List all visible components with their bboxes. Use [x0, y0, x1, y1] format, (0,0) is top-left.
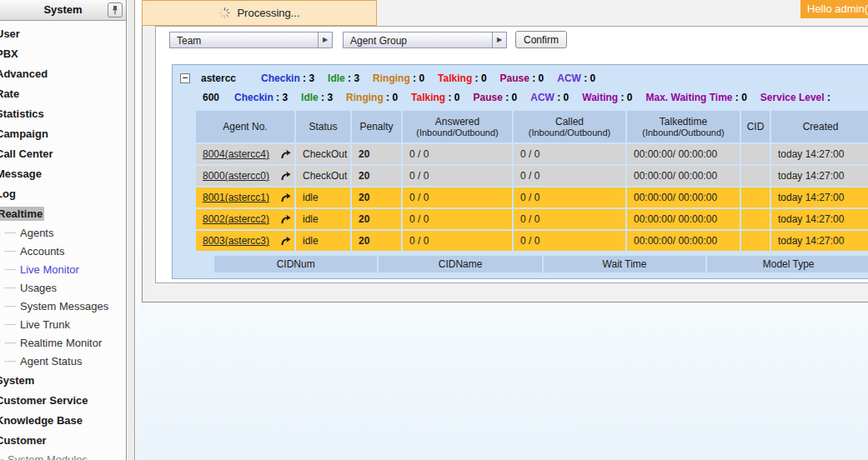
tree-branch-icon	[5, 232, 16, 233]
stat-label: Service Level	[760, 92, 825, 103]
sidebar-item-statistics[interactable]: Statistics	[0, 103, 126, 123]
stat-value: : 3	[345, 72, 359, 84]
sidebar-item-knowledge-base[interactable]: Knowledge Base	[0, 410, 126, 430]
penalty-cell: 20	[352, 209, 401, 229]
sidebar-item-label: Advanced	[0, 68, 48, 80]
sidebar-item-accounts[interactable]: Accounts	[0, 242, 126, 260]
sidebar-splitter[interactable]	[128, 0, 135, 460]
call-icon[interactable]	[280, 192, 291, 202]
agent-cell: 8004(astercc4)	[196, 144, 294, 164]
penalty-cell: 20	[352, 188, 401, 208]
dropdown-arrow-icon[interactable]: ▶	[318, 32, 332, 48]
pin-button[interactable]	[108, 2, 123, 18]
sidebar-item-label: Live Monitor	[20, 263, 79, 276]
stat-label: Waiting	[582, 92, 618, 103]
table-header-row: Agent No.StatusPenaltyAnswered(Inbound/O…	[196, 111, 868, 142]
stat-value: : 0	[733, 92, 747, 103]
column-title: Agent No.	[223, 121, 267, 132]
agent-link[interactable]: 8003(astercc3)	[203, 235, 269, 247]
sidebar-item-system[interactable]: System	[0, 370, 126, 390]
tree-branch-icon	[5, 324, 16, 325]
column-header-talkedtime: Talkedtime(Inbound/Outbound)	[627, 111, 740, 142]
call-icon[interactable]	[280, 171, 291, 181]
column-title: Status	[309, 121, 337, 132]
sidebar-item-customer[interactable]: Customer	[0, 430, 126, 450]
column-title: Called	[555, 116, 584, 128]
sidebar-item-realtime[interactable]: Realtime	[0, 203, 126, 223]
stat-value: : 0	[503, 92, 517, 103]
penalty-cell: 20	[352, 166, 401, 186]
stat-label: Ringing	[346, 92, 384, 103]
column-header-called: Called(Inbound/Outbound)	[514, 111, 625, 142]
sidebar-item-realtime-monitor[interactable]: Realtime Monitor	[0, 333, 126, 352]
group-stats: Checkin : 3Idle : 3Ringing : 0Talking : …	[261, 72, 595, 84]
stat-pause: Pause : 0	[500, 72, 544, 84]
sidebar-title: System	[43, 3, 82, 16]
call-icon[interactable]	[280, 214, 291, 224]
processing-banner: Processing...	[142, 0, 377, 26]
dropdown-arrow-icon[interactable]: ▶	[492, 32, 506, 48]
sidebar-item-label: Agent Status	[20, 355, 82, 368]
stat-idle: Idle : 3	[301, 92, 333, 103]
sidebar-item-live-monitor[interactable]: Live Monitor	[0, 260, 126, 278]
agent-group-dropdown[interactable]: Agent Group ▶	[343, 32, 507, 48]
sidebar-item-usages[interactable]: Usages	[0, 278, 126, 297]
status-cell: idle	[296, 188, 350, 208]
call-icon[interactable]	[280, 236, 291, 246]
tree-branch-icon	[5, 288, 16, 288]
sidebar-item-system-messages[interactable]: System Messages	[0, 297, 126, 315]
stat-ringing: Ringing : 0	[346, 92, 398, 103]
spinner-icon	[218, 7, 231, 19]
sidebar-item-agent-status[interactable]: Agent Status	[0, 352, 126, 370]
main-content: Processing... Team ▶ Agent Group ▶ Confi…	[136, 0, 868, 460]
collapse-icon[interactable]: −	[180, 73, 190, 83]
agent-link[interactable]: 8000(astercc0)	[203, 170, 269, 182]
stat-label: Pause	[474, 92, 503, 103]
sidebar-item-message[interactable]: Message	[0, 163, 126, 183]
sidebar-menu: UserPBXAdvancedRateStatisticsCampaignCal…	[0, 21, 126, 460]
answered-cell: 0 / 0	[403, 166, 512, 186]
answered-cell: 0 / 0	[403, 231, 512, 251]
sidebar-item-agents[interactable]: Agents	[0, 223, 126, 242]
stat-value: : 0	[445, 92, 459, 103]
sidebar-item-call-center[interactable]: Call Center	[0, 143, 126, 163]
stat-value: : 3	[300, 72, 314, 84]
sidebar-item-label: Message	[0, 168, 42, 180]
sidebar-item-system-modules[interactable]: System Modules	[0, 450, 126, 460]
talkedtime-cell: 00:00:00/ 00:00:00	[627, 209, 740, 229]
sidebar-item-customer-service[interactable]: Customer Service	[0, 390, 126, 410]
column-subtitle: (Inbound/Outbound)	[514, 128, 625, 138]
agent-link[interactable]: 8004(astercc4)	[203, 148, 269, 160]
sidebar-item-user[interactable]: User	[0, 23, 126, 43]
agent-link[interactable]: 8001(astercc1)	[203, 192, 269, 203]
sidebar-item-log[interactable]: Log	[0, 183, 126, 203]
stat-idle: Idle : 3	[328, 72, 359, 84]
column-title: Talkedtime	[660, 116, 707, 128]
penalty-cell: 20	[352, 231, 401, 251]
sidebar-item-rate[interactable]: Rate	[0, 83, 126, 103]
sidebar-item-pbx[interactable]: PBX	[0, 43, 126, 63]
call-icon[interactable]	[280, 149, 291, 159]
sidebar-item-label: Campaign	[0, 128, 48, 140]
tree-branch-icon	[5, 269, 16, 270]
processing-label: Processing...	[237, 7, 299, 19]
stat-value: : 0	[554, 92, 569, 103]
footer-column-cidname: CIDName	[379, 256, 542, 272]
sidebar-item-live-trunk[interactable]: Live Trunk	[0, 315, 126, 333]
agent-link[interactable]: 8002(astercc2)	[203, 213, 269, 225]
table-row: 8002(astercc2)idle200 / 00 / 000:00:00/ …	[196, 209, 868, 229]
footer-table: CIDNumCIDNameWait TimeModel Type	[213, 254, 868, 274]
sidebar-item-advanced[interactable]: Advanced	[0, 63, 126, 83]
monitor-panel: − astercc Checkin : 3Idle : 3Ringing : 0…	[172, 64, 868, 279]
created-cell: today 14:27:00	[771, 231, 868, 251]
team-dropdown[interactable]: Team ▶	[169, 32, 333, 48]
status-cell: idle	[296, 231, 350, 251]
push-pin-icon	[111, 5, 119, 15]
confirm-button[interactable]: Confirm	[515, 31, 567, 48]
footer-header-row: CIDNumCIDNameWait TimeModel Type	[214, 256, 868, 272]
stat-value: : 3	[319, 92, 333, 103]
agents-table-head: Agent No.StatusPenaltyAnswered(Inbound/O…	[196, 111, 868, 142]
penalty-cell: 20	[352, 144, 401, 164]
sidebar-item-label: Usages	[20, 282, 57, 294]
sidebar-item-campaign[interactable]: Campaign	[0, 123, 126, 143]
